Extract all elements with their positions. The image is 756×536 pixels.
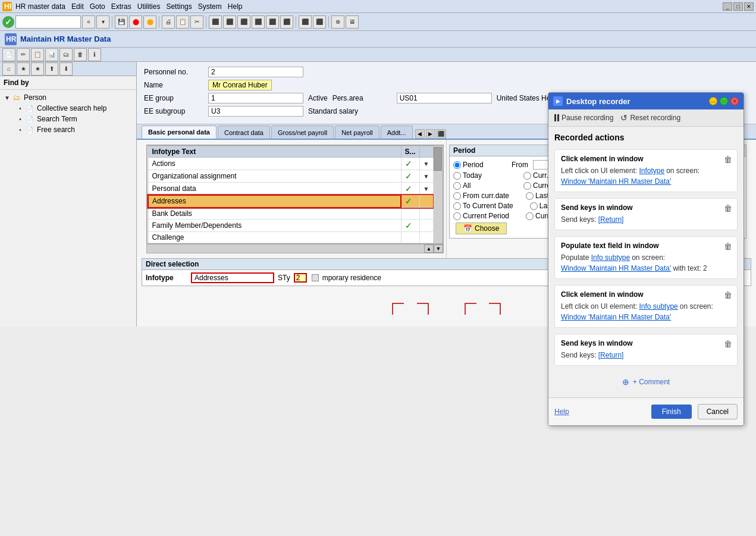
action-2-delete[interactable]: 🗑	[724, 203, 732, 213]
tab-contract-data[interactable]: Contract data	[218, 126, 270, 139]
tree-item-free-search[interactable]: • 📄 Free search	[0, 124, 136, 135]
period-radio-period[interactable]: Period	[453, 161, 507, 169]
action-3-delete[interactable]: 🗑	[724, 242, 732, 251]
menu-hr-master-data[interactable]: HR master data	[15, 2, 65, 11]
radio-current-period[interactable]	[453, 212, 461, 220]
pause-recording-btn[interactable]: Pause recording	[554, 114, 613, 122]
lp-btn4[interactable]: ⬆	[45, 62, 58, 76]
ee-subgroup-input[interactable]	[208, 106, 303, 117]
help-link[interactable]: Help	[554, 408, 569, 416]
comment-btn[interactable]: ⊕ + Comment	[554, 372, 738, 391]
tree-item-person[interactable]: ▼ 🗂 Person	[0, 92, 136, 103]
radio-last-week[interactable]	[526, 192, 534, 200]
table-row-addresses[interactable]: Addresses ✓	[148, 195, 433, 208]
action-1-delete[interactable]: 🗑	[724, 155, 732, 164]
radio-last-month[interactable]	[530, 202, 538, 210]
save-btn[interactable]: 💾	[115, 15, 128, 29]
radio-current-month[interactable]	[523, 182, 531, 190]
reset-recording-btn[interactable]: ↺ Reset recording	[620, 113, 680, 123]
period-radio-from-curr[interactable]: From curr.date	[453, 192, 509, 200]
menu-edit[interactable]: Edit	[71, 2, 84, 11]
action-3-link1[interactable]: Info subtype	[591, 253, 630, 262]
menu-help[interactable]: Help	[228, 2, 243, 11]
table-row[interactable]: Organizational assignment ✓ ▼	[148, 170, 433, 183]
info-btn[interactable]: ℹ	[88, 48, 101, 61]
nav-dropdown[interactable]	[15, 15, 81, 29]
cut-btn[interactable]: ✂	[190, 15, 203, 29]
action-4-link2[interactable]: Window 'Maintain HR Master Data'	[561, 313, 671, 321]
tab-addt[interactable]: Addt...	[381, 126, 413, 139]
ee-group-input[interactable]	[208, 93, 303, 104]
recorder-maximize[interactable]: □	[720, 97, 728, 105]
ds-sty-input[interactable]	[294, 273, 307, 283]
system-btn[interactable]: 🖥	[346, 15, 359, 29]
print-btn[interactable]: 🖨	[162, 15, 175, 29]
lp-btn1[interactable]: ⌂	[2, 62, 15, 76]
func7-btn[interactable]: ⬛	[299, 15, 312, 29]
tree-item-collective-search[interactable]: • 📄 Collective search help	[0, 103, 136, 114]
maximize-btn[interactable]: □	[733, 2, 743, 11]
tree-toggle-person[interactable]: ▼	[4, 94, 11, 101]
scroll-thumb[interactable]	[434, 147, 442, 171]
radio-period[interactable]	[453, 161, 461, 169]
action-5-link1[interactable]: [Return]	[598, 351, 624, 359]
table-row[interactable]: Bank Details	[148, 208, 433, 220]
radio-today[interactable]	[453, 172, 461, 180]
recorder-minimize[interactable]: —	[709, 97, 717, 105]
nav-history-btn[interactable]: ▾	[96, 15, 109, 29]
lp-btn3[interactable]: ★	[31, 62, 44, 76]
period-radio-current-period[interactable]: Current Period	[453, 212, 509, 220]
scroll-track[interactable]	[434, 146, 443, 243]
tree-item-search-term[interactable]: • 📄 Search Term	[0, 114, 136, 124]
radio-from-curr[interactable]	[453, 192, 461, 200]
minimize-btn[interactable]: _	[723, 2, 732, 11]
period-radio-all[interactable]: All	[453, 181, 507, 190]
action-1-link1[interactable]: Infotype	[639, 167, 664, 175]
delete-btn[interactable]: 🗑	[74, 48, 87, 61]
nav-back-btn[interactable]: «	[82, 15, 95, 29]
action-3-link2[interactable]: Window 'Maintain HR Master Data'	[561, 264, 671, 272]
func4-btn[interactable]: ⬛	[252, 15, 265, 29]
func3-btn[interactable]: ⬛	[237, 15, 250, 29]
radio-to-current[interactable]	[453, 202, 461, 210]
personnel-no-input[interactable]	[208, 67, 303, 77]
copy-btn[interactable]: 📋	[31, 48, 44, 61]
table-row[interactable]: Personal data ✓ ▼	[148, 183, 433, 195]
print2-btn[interactable]: 📋	[176, 15, 189, 29]
new-record-btn[interactable]: 📄	[2, 48, 15, 61]
finish-button[interactable]: Finish	[651, 405, 692, 419]
radio-current-year[interactable]	[526, 212, 534, 220]
action-1-link2[interactable]: Window 'Maintain HR Master Data'	[561, 177, 671, 186]
func8-btn[interactable]: ⬛	[313, 15, 326, 29]
func5-btn[interactable]: ⬛	[266, 15, 279, 29]
action-2-link1[interactable]: [Return]	[598, 215, 624, 224]
limit-btn[interactable]: 📊	[45, 48, 58, 61]
pers-area-input[interactable]	[397, 93, 492, 104]
tab-gross-net-payroll[interactable]: Gross/net payroll	[271, 126, 334, 139]
action-4-delete[interactable]: 🗑	[724, 290, 732, 300]
menu-utilities[interactable]: Utilities	[137, 2, 161, 11]
refresh-btn[interactable]: ⬤	[143, 15, 156, 29]
scroll-up-btn[interactable]: ▲	[424, 245, 434, 253]
menu-extras[interactable]: Extras	[111, 2, 131, 11]
tab-net-payroll[interactable]: Net payroll	[335, 126, 379, 139]
tab-basic-personal-data[interactable]: Basic personal data	[142, 126, 217, 139]
edit-btn[interactable]: ✏	[17, 48, 30, 61]
table-row[interactable]: Family Member/Dependents ✓	[148, 219, 433, 231]
ds-infotype-input[interactable]	[191, 272, 274, 283]
stop-btn[interactable]: ⬤	[129, 15, 142, 29]
period-radio-today[interactable]: Today	[453, 171, 507, 180]
choose-button[interactable]: 📅 Choose	[456, 222, 507, 234]
lp-btn5[interactable]: ⬇	[59, 62, 73, 76]
menu-settings[interactable]: Settings	[166, 2, 192, 11]
tab-nav-right[interactable]: ▶	[426, 129, 435, 139]
close-btn[interactable]: ✕	[744, 2, 754, 11]
ds-browse-btn[interactable]	[312, 274, 319, 281]
delemit-btn[interactable]: 🗂	[59, 48, 73, 61]
action-4-link1[interactable]: Info subtype	[639, 302, 677, 311]
func1-btn[interactable]: ⬛	[209, 15, 222, 29]
recorder-close[interactable]: ✕	[730, 97, 739, 105]
scroll-down-btn[interactable]: ▼	[434, 245, 443, 253]
action-5-delete[interactable]: 🗑	[724, 339, 732, 349]
func2-btn[interactable]: ⬛	[223, 15, 236, 29]
